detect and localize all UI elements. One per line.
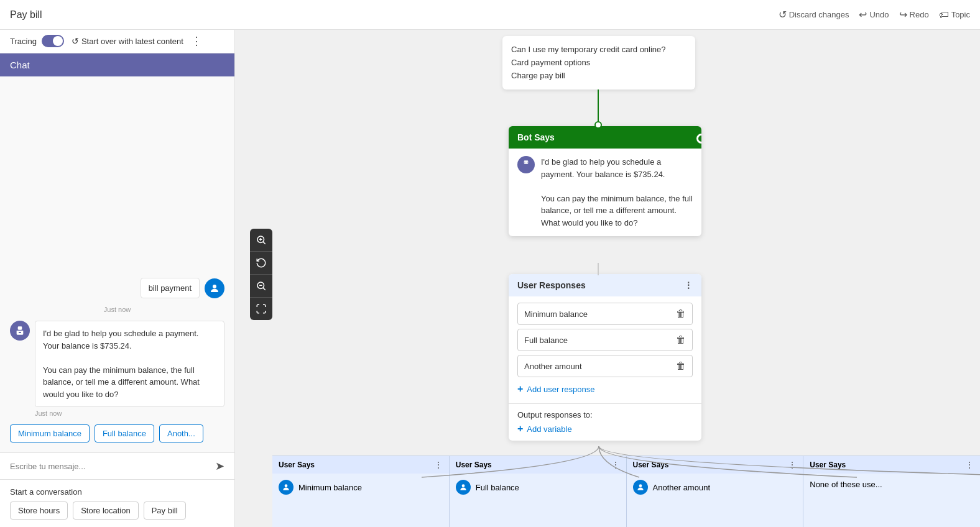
bot-message: I'd be glad to help you schedule a payme…: [10, 321, 224, 417]
chat-body: bill payment Just now I'd be glad to hel…: [0, 76, 234, 452]
store-location-button[interactable]: Store location: [73, 502, 139, 520]
bottom-node-minimum-menu[interactable]: ⋮: [434, 460, 443, 470]
start-conv-buttons: Store hours Store location Pay bill: [10, 502, 224, 520]
bottom-node-minimum: User Says ⋮ Minimum balance: [272, 456, 450, 527]
chat-input-area: ➤: [0, 452, 234, 479]
bottom-node-none-menu[interactable]: ⋮: [965, 460, 974, 470]
refresh-icon: ↺: [72, 36, 79, 46]
connector-dot: [594, 121, 602, 129]
delete-another-button[interactable]: 🗑: [676, 360, 686, 372]
tracing-label: Tracing: [10, 37, 37, 46]
svg-point-3: [21, 328, 22, 329]
user-message: bill payment: [141, 278, 224, 298]
topic-button[interactable]: 🏷 Topic: [939, 9, 970, 21]
quick-replies: Minimum balance Full balance Anoth...: [10, 424, 224, 442]
canvas-tools: [250, 229, 272, 320]
bot-avatar: [10, 321, 30, 341]
bottom-node-minimum-body: Minimum balance: [272, 474, 449, 501]
bottom-node-minimum-header: User Says ⋮: [272, 456, 449, 474]
undo-button[interactable]: ↩ Undo: [859, 9, 889, 21]
pay-bill-button[interactable]: Pay bill: [144, 502, 186, 520]
redo-button[interactable]: ↪ Redo: [899, 9, 929, 21]
plus-icon: +: [517, 383, 523, 395]
svg-point-16: [461, 484, 465, 487]
start-conversation: Start a conversation Store hours Store l…: [0, 479, 234, 527]
svg-point-15: [285, 484, 288, 487]
chat-header: Chat: [0, 53, 234, 76]
add-variable-button[interactable]: + Add variable: [517, 423, 693, 434]
svg-point-0: [213, 285, 216, 288]
preceding-node: Can I use my temporary credit card onlin…: [502, 36, 695, 89]
svg-point-17: [639, 484, 642, 487]
bot-node-connector: [696, 134, 701, 144]
delete-minimum-button[interactable]: 🗑: [676, 308, 686, 319]
canvas-content: Can I use my temporary credit card onlin…: [235, 30, 980, 527]
left-panel: Test bot ✕ Tracing ↺ Start over with lat…: [0, 0, 235, 527]
start-over-button[interactable]: ↺ Start over with latest content: [72, 36, 183, 46]
user-icon-another: [633, 480, 648, 495]
bottom-node-none-body: None of these use...: [803, 474, 980, 495]
add-response-button[interactable]: + Add user response: [517, 381, 693, 397]
user-icon-minimum: [279, 480, 294, 495]
bot-node-icon: [517, 156, 535, 173]
preceding-node-text: Can I use my temporary credit card onlin…: [511, 44, 686, 82]
plus-icon-variable: +: [517, 423, 523, 434]
connector-line: [598, 89, 599, 124]
bottom-node-full-header: User Says ⋮: [450, 456, 626, 474]
send-button[interactable]: ➤: [215, 459, 224, 473]
store-hours-button[interactable]: Store hours: [10, 502, 68, 520]
quick-reply-minimum[interactable]: Minimum balance: [10, 424, 90, 442]
svg-rect-4: [19, 332, 21, 333]
quick-reply-another[interactable]: Anoth...: [159, 424, 203, 442]
discard-icon: ↺: [779, 9, 787, 21]
bot-says-header: Bot Says: [509, 126, 701, 149]
more-options-button[interactable]: ⋮: [191, 34, 202, 48]
bottom-node-another-header: User Says ⋮: [627, 456, 803, 474]
redo-icon: ↪: [899, 9, 907, 21]
user-responses-menu[interactable]: ⋮: [684, 280, 693, 290]
zoom-in-button[interactable]: [250, 229, 272, 251]
bot-says-node: Bot Says I'd be glad to help you schedul…: [509, 126, 701, 236]
svg-point-13: [524, 162, 525, 162]
bottom-node-another-body: Another amount: [627, 474, 803, 501]
bottom-node-another-menu[interactable]: ⋮: [788, 460, 797, 470]
svg-point-2: [18, 328, 19, 329]
bottom-node-full-body: Full balance: [450, 474, 626, 501]
message-timestamp: Just now: [10, 306, 224, 313]
quick-reply-full[interactable]: Full balance: [95, 424, 154, 442]
tracing-toggle[interactable]: [42, 35, 64, 47]
svg-point-14: [527, 162, 527, 162]
start-conversation-title: Start a conversation: [10, 487, 224, 497]
response-item-minimum: Minimum balance 🗑: [517, 303, 693, 325]
tracing-bar: Tracing ↺ Start over with latest content…: [0, 29, 234, 53]
undo-icon: ↩: [859, 9, 867, 21]
bot-bubble: I'd be glad to help you schedule a payme…: [35, 321, 224, 407]
response-item-full: Full balance 🗑: [517, 329, 693, 351]
bottom-node-full: User Says ⋮ Full balance: [450, 456, 627, 527]
node-connector-mid: [598, 263, 599, 275]
chat-input[interactable]: [10, 462, 210, 471]
top-bar-actions: ↺ Discard changes ↩ Undo ↪ Redo 🏷 Topic: [779, 9, 970, 21]
bottom-node-another: User Says ⋮ Another amount: [627, 456, 804, 527]
discard-changes-button[interactable]: ↺ Discard changes: [779, 9, 849, 21]
topic-icon: 🏷: [939, 9, 949, 21]
user-bubble: bill payment: [141, 278, 200, 298]
fit-view-button[interactable]: [250, 298, 272, 320]
svg-line-10: [263, 288, 266, 290]
user-responses-body: Minimum balance 🗑 Full balance 🗑 Another…: [509, 296, 701, 403]
bot-says-text: I'd be glad to help you schedule a payme…: [541, 156, 693, 229]
bottom-node-none: User Says ⋮ None of these use...: [803, 456, 980, 527]
delete-full-button[interactable]: 🗑: [676, 334, 686, 346]
user-responses-node: User Responses ⋮ Minimum balance 🗑 Full …: [509, 274, 701, 441]
user-avatar: [205, 278, 224, 298]
main-canvas: Can I use my temporary credit card onlin…: [235, 30, 980, 527]
bottom-node-none-header: User Says ⋮: [803, 456, 980, 474]
bottom-node-full-menu[interactable]: ⋮: [611, 460, 620, 470]
bot-says-body: I'd be glad to help you schedule a payme…: [509, 149, 701, 236]
svg-line-6: [263, 242, 266, 244]
zoom-out-button[interactable]: [250, 275, 272, 297]
page-title: Pay bill: [10, 9, 42, 21]
user-icon-full: [456, 480, 471, 495]
user-responses-header: User Responses ⋮: [509, 274, 701, 296]
reset-view-button[interactable]: [250, 252, 272, 274]
